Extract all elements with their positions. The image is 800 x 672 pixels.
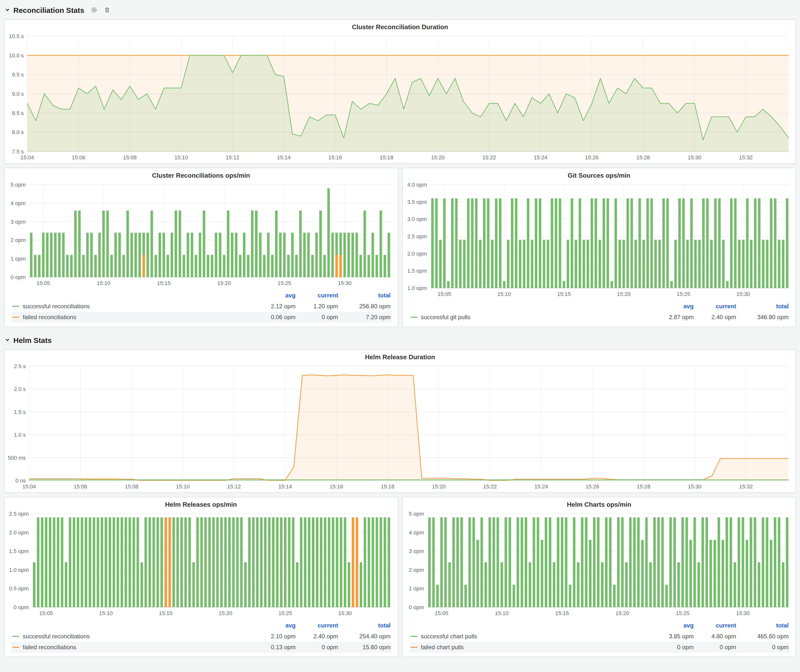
legend-series-toggle[interactable]: failed reconciliations (12, 644, 253, 651)
legend-current-value: 0 opm (296, 314, 338, 321)
legend-col-avg[interactable]: avg (253, 292, 296, 299)
svg-text:0 opm: 0 opm (409, 604, 424, 610)
panel-helm-release-duration: Helm Release Duration 15:0415:0615:0815:… (4, 349, 796, 493)
svg-text:15:32: 15:32 (739, 154, 753, 161)
section-header-reconciliation-stats[interactable]: Reconciliation Stats (5, 4, 796, 16)
legend-row-successful-git-pulls: successful git pulls 2.87 opm 2.40 opm 3… (410, 312, 790, 323)
svg-text:15:26: 15:26 (586, 483, 599, 490)
legend-col-current[interactable]: current (296, 622, 338, 629)
chart-helm-releases-ops[interactable]: 15:0515:1015:1515:2015:2515:300 opm0.5 o… (5, 509, 398, 619)
legend-series-label: successful reconciliations (23, 633, 90, 640)
svg-text:15:04: 15:04 (20, 154, 34, 161)
legend-avg-value: 2.87 opm (651, 314, 694, 321)
svg-text:2.0 opm: 2.0 opm (407, 251, 427, 257)
chart-git-sources-ops[interactable]: 15:0515:1015:1515:2015:2515:301.0 opm1.5… (402, 180, 795, 300)
legend-avg-value: 0 opm (651, 644, 694, 651)
panel-helm-releases-ops: Helm Releases ops/min 15:0515:1015:1515:… (4, 497, 398, 657)
legend-current-value: 0 opm (296, 644, 338, 651)
legend-current-value: 2.40 opm (296, 633, 338, 640)
svg-text:15:30: 15:30 (736, 610, 750, 616)
legend-current-value: 0 opm (694, 644, 736, 651)
gear-icon[interactable] (91, 6, 98, 13)
legend-col-total[interactable]: total (338, 292, 390, 299)
svg-text:2.5 opm: 2.5 opm (407, 233, 427, 240)
panel-title-helm-charts-ops[interactable]: Helm Charts ops/min (402, 497, 795, 509)
svg-text:7.5 s: 7.5 s (12, 149, 24, 155)
svg-text:500 ms: 500 ms (8, 455, 26, 461)
svg-text:15:16: 15:16 (328, 154, 342, 161)
section-header-helm-stats[interactable]: Helm Stats (5, 334, 796, 346)
legend-cluster-reconciliations: avg current total successful reconciliat… (5, 289, 398, 326)
svg-text:5 opm: 5 opm (11, 182, 26, 188)
legend-series-toggle[interactable]: successful git pulls (410, 314, 651, 321)
legend-col-current[interactable]: current (296, 292, 338, 299)
trash-icon[interactable] (104, 6, 110, 13)
svg-text:15:28: 15:28 (637, 154, 650, 161)
legend-series-toggle[interactable]: successful chart pulls (410, 633, 651, 640)
svg-text:15:12: 15:12 (226, 154, 239, 161)
svg-text:15:20: 15:20 (217, 280, 231, 286)
svg-text:4.0 opm: 4.0 opm (407, 182, 427, 188)
legend-helm-releases: avg current total successful reconciliat… (5, 619, 398, 657)
legend-col-current[interactable]: current (694, 303, 736, 310)
svg-text:15:05: 15:05 (437, 291, 451, 297)
svg-text:2 opm: 2 opm (11, 237, 26, 243)
series-color-icon (12, 647, 19, 648)
legend-col-avg[interactable]: avg (253, 622, 296, 629)
svg-text:3 opm: 3 opm (11, 219, 26, 225)
legend-series-label: failed chart pulls (421, 644, 464, 651)
svg-text:15:25: 15:25 (278, 280, 291, 286)
svg-text:15:20: 15:20 (617, 291, 630, 297)
svg-text:15:10: 15:10 (495, 610, 508, 616)
legend-col-total[interactable]: total (736, 303, 789, 310)
legend-avg-value: 3.85 opm (651, 633, 694, 640)
svg-text:15:10: 15:10 (176, 483, 189, 490)
chart-helm-release-duration[interactable]: 15:0415:0615:0815:1015:1215:1415:1615:18… (5, 361, 795, 492)
chart-helm-charts-ops[interactable]: 15:0515:1015:1515:2015:2515:300 opm1 opm… (402, 509, 795, 619)
svg-text:15:14: 15:14 (278, 483, 292, 490)
svg-text:15:10: 15:10 (174, 154, 188, 161)
panel-title-helm-release-duration[interactable]: Helm Release Duration (5, 350, 795, 361)
legend-git-sources: avg current total successful git pulls 2… (402, 300, 795, 326)
svg-text:15:15: 15:15 (555, 610, 569, 616)
panel-title-cluster-reconciliations-ops[interactable]: Cluster Reconciliations ops/min (5, 168, 398, 180)
legend-col-avg[interactable]: avg (651, 303, 694, 310)
legend-series-toggle[interactable]: failed chart pulls (410, 644, 651, 651)
legend-row-successful-reconciliations: successful reconciliations 2.10 opm 2.40… (11, 631, 392, 642)
panel-title-helm-releases-ops[interactable]: Helm Releases ops/min (5, 497, 398, 509)
chart-cluster-reconciliations-ops[interactable]: 15:0515:1015:1515:2015:2515:300 opm1 opm… (5, 180, 398, 289)
chevron-down-icon (5, 7, 10, 12)
panel-title-git-sources-ops[interactable]: Git Sources ops/min (402, 168, 795, 180)
svg-text:4 opm: 4 opm (11, 200, 26, 206)
svg-text:15:32: 15:32 (739, 483, 753, 490)
legend-series-label: successful chart pulls (421, 633, 477, 640)
legend-col-total[interactable]: total (338, 622, 390, 629)
legend-total-value: 256.80 opm (338, 303, 390, 310)
legend-series-toggle[interactable]: failed reconciliations (12, 314, 253, 321)
panel-title-cluster-reconciliation-duration[interactable]: Cluster Reconciliation Duration (5, 20, 795, 31)
svg-text:1.0 s: 1.0 s (14, 432, 26, 438)
legend-col-total[interactable]: total (736, 622, 789, 629)
series-color-icon (410, 317, 417, 318)
svg-text:15:22: 15:22 (483, 483, 497, 490)
svg-text:15:30: 15:30 (338, 280, 352, 286)
svg-text:15:30: 15:30 (736, 291, 750, 297)
svg-text:15:15: 15:15 (159, 610, 173, 616)
svg-text:15:24: 15:24 (534, 483, 548, 490)
svg-text:15:30: 15:30 (338, 610, 352, 616)
svg-text:3 opm: 3 opm (409, 548, 424, 554)
chart-cluster-reconciliation-duration[interactable]: 15:0415:0615:0815:1015:1215:1415:1615:18… (5, 31, 795, 163)
svg-text:0 ns: 0 ns (15, 478, 26, 484)
legend-total-value: 465.60 opm (736, 633, 789, 640)
svg-text:15:18: 15:18 (381, 483, 394, 490)
legend-row-successful-chart-pulls: successful chart pulls 3.85 opm 4.80 opm… (410, 631, 790, 642)
legend-col-avg[interactable]: avg (651, 622, 694, 629)
legend-total-value: 0 opm (736, 644, 789, 651)
svg-text:0 opm: 0 opm (14, 604, 29, 610)
svg-text:2.5 opm: 2.5 opm (9, 511, 29, 517)
svg-text:1.0 opm: 1.0 opm (9, 567, 29, 573)
legend-series-toggle[interactable]: successful reconciliations (12, 303, 253, 310)
legend-series-toggle[interactable]: successful reconciliations (12, 633, 253, 640)
legend-col-current[interactable]: current (694, 622, 736, 629)
legend-series-label: successful reconciliations (23, 303, 90, 310)
